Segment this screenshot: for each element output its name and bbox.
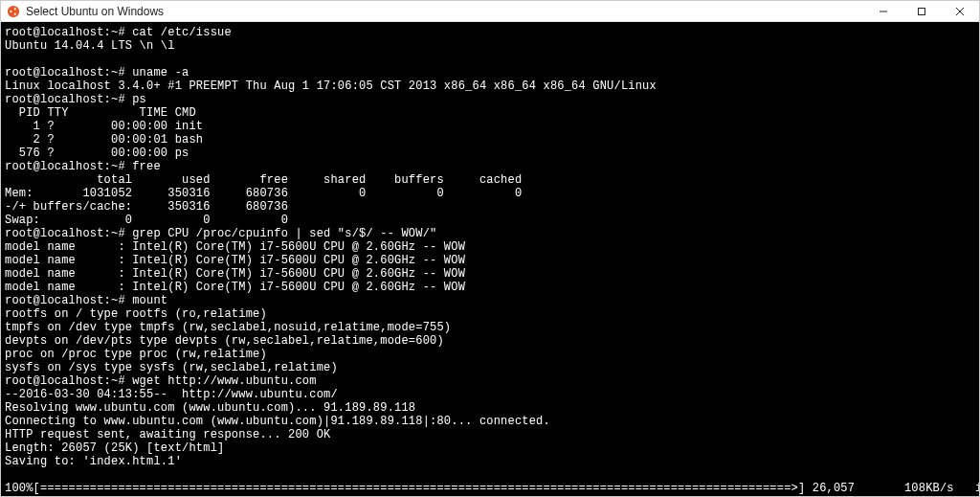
terminal-line: -/+ buffers/cache: 350316 680736 <box>5 200 975 214</box>
terminal-line: devpts on /dev/pts type devpts (rw,secla… <box>5 334 975 348</box>
terminal-line: model name : Intel(R) Core(TM) i7-5600U … <box>5 240 975 254</box>
terminal-line: proc on /proc type proc (rw,relatime) <box>5 348 975 361</box>
svg-rect-5 <box>919 8 925 14</box>
terminal-line <box>5 53 975 66</box>
terminal-line: Mem: 1031052 350316 680736 0 0 0 <box>5 187 975 200</box>
terminal-line <box>5 468 975 482</box>
terminal-line: root@localhost:~# mount <box>5 294 975 307</box>
window-title: Select Ubuntu on Windows <box>26 5 864 18</box>
maximize-button[interactable] <box>902 1 941 21</box>
svg-point-1 <box>10 10 11 11</box>
terminal-line <box>5 495 975 496</box>
terminal-line: root@localhost:~# cat /etc/issue <box>5 26 975 39</box>
close-button[interactable] <box>941 1 979 21</box>
terminal-line: PID TTY TIME CMD <box>5 106 975 120</box>
terminal-line: Resolving www.ubuntu.com (www.ubuntu.com… <box>5 401 975 415</box>
terminal-line: root@localhost:~# wget http://www.ubuntu… <box>5 374 975 388</box>
terminal-line: Linux localhost 3.4.0+ #1 PREEMPT Thu Au… <box>5 79 975 93</box>
terminal-line: model name : Intel(R) Core(TM) i7-5600U … <box>5 281 975 294</box>
ubuntu-icon <box>7 5 20 18</box>
terminal-line: --2016-03-30 04:13:55-- http://www.ubunt… <box>5 388 975 401</box>
app-window: Select Ubuntu on Windows root@localhost:… <box>0 0 980 497</box>
window-controls <box>864 1 979 21</box>
terminal-line: Saving to: 'index.html.1' <box>5 455 975 468</box>
svg-point-3 <box>14 12 16 14</box>
terminal-line: 576 ? 00:00:00 ps <box>5 147 975 160</box>
minimize-button[interactable] <box>864 1 902 21</box>
terminal-line: root@localhost:~# grep CPU /proc/cpuinfo… <box>5 227 975 240</box>
terminal-line: HTTP request sent, awaiting response... … <box>5 428 975 441</box>
terminal-line: sysfs on /sys type sysfs (rw,seclabel,re… <box>5 361 975 374</box>
terminal-line: Swap: 0 0 0 <box>5 214 975 227</box>
terminal-line: 2 ? 00:00:01 bash <box>5 133 975 147</box>
terminal-line: root@localhost:~# uname -a <box>5 66 975 79</box>
terminal-line: Ubuntu 14.04.4 LTS \n \l <box>5 39 975 53</box>
terminal-line: Length: 26057 (25K) [text/html] <box>5 441 975 455</box>
terminal-line: 100%[===================================… <box>5 482 975 495</box>
svg-point-0 <box>8 5 19 16</box>
terminal-line: rootfs on / type rootfs (ro,relatime) <box>5 307 975 321</box>
titlebar[interactable]: Select Ubuntu on Windows <box>1 1 979 22</box>
terminal-line: total used free shared buffers cached <box>5 173 975 187</box>
terminal-line: root@localhost:~# free <box>5 160 975 173</box>
terminal-line: model name : Intel(R) Core(TM) i7-5600U … <box>5 254 975 267</box>
svg-point-2 <box>14 8 16 10</box>
terminal-line: root@localhost:~# ps <box>5 93 975 106</box>
terminal-line: tmpfs on /dev type tmpfs (rw,seclabel,no… <box>5 321 975 334</box>
terminal-line: model name : Intel(R) Core(TM) i7-5600U … <box>5 267 975 281</box>
terminal-line: Connecting to www.ubuntu.com (www.ubuntu… <box>5 415 975 428</box>
terminal-area[interactable]: root@localhost:~# cat /etc/issueUbuntu 1… <box>1 22 979 496</box>
terminal-line: 1 ? 00:00:00 init <box>5 120 975 133</box>
